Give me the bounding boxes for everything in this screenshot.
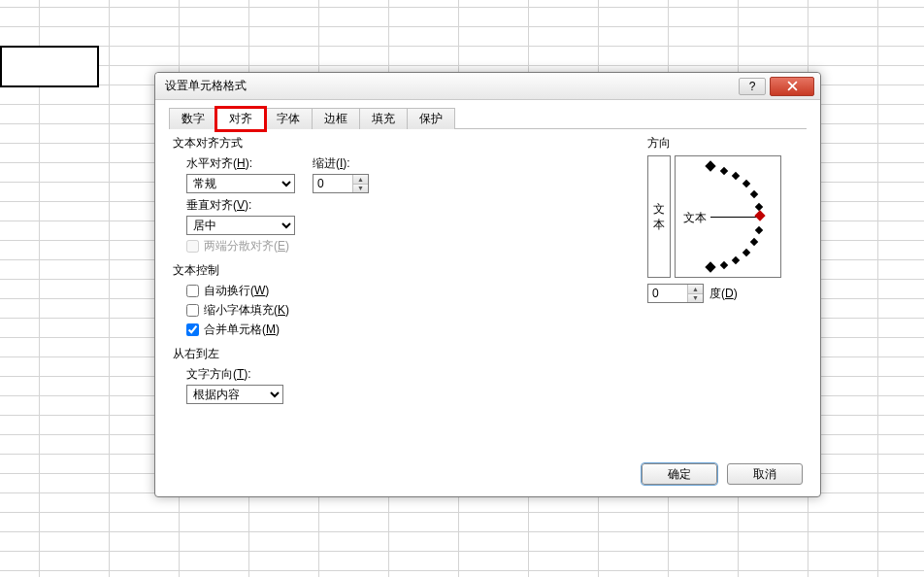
- left-column: 文本对齐方式 水平对齐(H): 常规 缩进(I):: [173, 135, 647, 458]
- merge-cells-checkbox[interactable]: 合并单元格(M): [186, 322, 638, 338]
- dial-pointer-line: [710, 217, 761, 218]
- degree-spinner[interactable]: ▲ ▼: [647, 284, 704, 303]
- indent-input[interactable]: [314, 175, 352, 192]
- wrap-text-checkbox[interactable]: 自动换行(W): [186, 283, 638, 299]
- vertical-align-label: 垂直对齐(V):: [186, 197, 638, 214]
- dial-dot: [732, 256, 740, 264]
- text-direction-select[interactable]: 根据内容: [186, 385, 283, 404]
- degree-input[interactable]: [648, 285, 687, 302]
- dial-dot: [750, 190, 758, 198]
- rtl-heading: 从右到左: [173, 346, 638, 362]
- vertical-align-select[interactable]: 居中: [186, 216, 295, 235]
- format-cells-dialog: 设置单元格格式 ? 数字 对齐 字体 边框 填充 保护 文本对齐方式: [154, 72, 821, 497]
- tab-alignment[interactable]: 对齐: [216, 108, 265, 130]
- vertical-char-2: 本: [653, 217, 665, 232]
- tab-number[interactable]: 数字: [169, 108, 217, 129]
- degree-label: 度(D): [710, 286, 738, 302]
- dial-dot: [719, 261, 727, 269]
- tab-protection[interactable]: 保护: [407, 108, 455, 129]
- help-button[interactable]: ?: [739, 78, 766, 95]
- section-orientation: 方向 文 本 文本: [647, 135, 803, 303]
- dial-dot: [755, 225, 763, 233]
- dial-dot-current: [754, 210, 765, 221]
- tab-font[interactable]: 字体: [264, 108, 313, 129]
- vertical-text-button[interactable]: 文 本: [647, 155, 671, 278]
- text-control-heading: 文本控制: [173, 262, 638, 279]
- indent-down[interactable]: ▼: [353, 184, 368, 193]
- close-button[interactable]: [770, 77, 814, 96]
- orientation-heading: 方向: [647, 135, 803, 152]
- dialog-footer: 确定 取消: [169, 458, 807, 487]
- right-column: 方向 文 本 文本: [647, 135, 803, 458]
- dial-dot: [732, 172, 740, 180]
- cancel-button[interactable]: 取消: [727, 463, 803, 485]
- tab-content: 文本对齐方式 水平对齐(H): 常规 缩进(I):: [169, 129, 807, 458]
- dial-dot: [750, 238, 758, 246]
- section-rtl: 从右到左 文字方向(T): 根据内容: [173, 346, 638, 404]
- indent-up[interactable]: ▲: [353, 175, 368, 184]
- dialog-title: 设置单元格格式: [165, 78, 739, 94]
- dial-center-label: 文本: [683, 210, 707, 226]
- merge-cells-input[interactable]: [186, 323, 199, 336]
- tab-strip: 数字 对齐 字体 边框 填充 保护: [169, 108, 807, 129]
- dial-dot: [705, 160, 715, 171]
- dial-dot: [742, 180, 750, 187]
- shrink-to-fit-checkbox[interactable]: 缩小字体填充(K): [186, 302, 638, 319]
- wrap-text-input[interactable]: [186, 285, 199, 297]
- degree-down[interactable]: ▼: [688, 293, 703, 303]
- vertical-char-1: 文: [653, 201, 665, 217]
- tab-border[interactable]: 边框: [312, 108, 360, 129]
- dial-dot: [719, 167, 727, 175]
- section-text-control: 文本控制 自动换行(W) 缩小字体填充(K) 合并单元格(M): [173, 262, 638, 338]
- tab-fill[interactable]: 填充: [359, 108, 408, 129]
- text-direction-label: 文字方向(T):: [186, 366, 638, 383]
- justify-distributed-input: [186, 240, 199, 253]
- justify-distributed-checkbox: 两端分散对齐(E): [186, 238, 638, 255]
- text-alignment-heading: 文本对齐方式: [173, 135, 638, 152]
- horizontal-align-select[interactable]: 常规: [186, 174, 295, 193]
- shrink-to-fit-input[interactable]: [186, 304, 199, 317]
- orientation-dial[interactable]: 文本: [675, 155, 781, 278]
- indent-spinner[interactable]: ▲ ▼: [313, 174, 369, 193]
- active-cell-border: [0, 46, 99, 87]
- dial-dot: [705, 261, 715, 272]
- ok-button[interactable]: 确定: [642, 463, 717, 485]
- dial-dot: [742, 249, 750, 256]
- close-icon: [787, 81, 798, 91]
- degree-up[interactable]: ▲: [688, 285, 703, 293]
- section-text-alignment: 文本对齐方式 水平对齐(H): 常规 缩进(I):: [173, 135, 638, 255]
- titlebar[interactable]: 设置单元格格式 ?: [155, 73, 820, 100]
- horizontal-align-label: 水平对齐(H):: [186, 155, 295, 172]
- dialog-body: 数字 对齐 字体 边框 填充 保护 文本对齐方式 水平对齐(H):: [155, 100, 820, 496]
- indent-label: 缩进(I):: [313, 155, 369, 172]
